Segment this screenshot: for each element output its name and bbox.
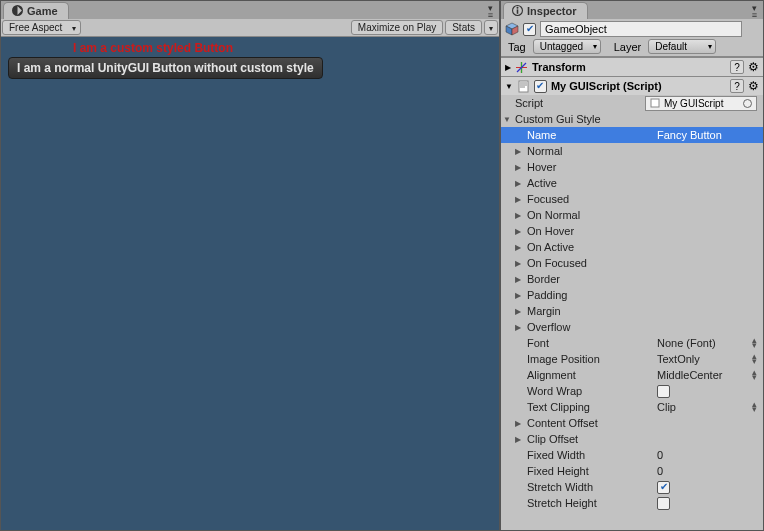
script-icon <box>517 80 530 93</box>
text-clipping-row: Text Clipping Clip ▴▾ <box>501 399 763 415</box>
layer-label: Layer <box>611 41 645 53</box>
script-label: Script <box>515 97 645 109</box>
gameobject-icon <box>505 22 519 36</box>
inspector-header: ✔ Tag Untagged Layer Default <box>501 19 763 57</box>
fixed-width-row: Fixed Width 0 <box>501 447 763 463</box>
style-state-row[interactable]: ▶Active <box>501 175 763 191</box>
fold-icon: ▼ <box>505 82 513 91</box>
enum-dropdown-icon[interactable]: ▴▾ <box>752 402 757 412</box>
fold-icon: ▶ <box>515 147 521 156</box>
enabled-checkbox[interactable]: ✔ <box>523 23 536 36</box>
name-label: Name <box>527 129 657 141</box>
normal-gui-button[interactable]: I am a normal UnityGUI Button without cu… <box>8 57 323 79</box>
gear-icon[interactable]: ⚙ <box>748 79 759 93</box>
enum-dropdown-icon[interactable]: ▴▾ <box>752 370 757 380</box>
style-state-row[interactable]: ▶Margin <box>501 303 763 319</box>
tab-label: Inspector <box>527 5 577 17</box>
svg-rect-1 <box>517 9 519 13</box>
style-state-row[interactable]: ▶On Focused <box>501 255 763 271</box>
transform-icon <box>515 61 528 74</box>
stretch-height-row: Stretch Height <box>501 495 763 511</box>
transform-component: ▶ Transform ? ⚙ <box>501 57 763 76</box>
gameobject-name-field[interactable] <box>540 21 742 37</box>
fold-icon: ▶ <box>515 211 521 220</box>
style-state-row[interactable]: ▶Normal <box>501 143 763 159</box>
fold-icon: ▶ <box>515 227 521 236</box>
component-enabled-checkbox[interactable]: ✔ <box>534 80 547 93</box>
component-title: Transform <box>532 61 726 73</box>
svg-point-2 <box>517 6 519 8</box>
style-state-row[interactable]: ▶Hover <box>501 159 763 175</box>
script-object-field[interactable]: My GUIScript <box>645 96 757 111</box>
word-wrap-row: Word Wrap <box>501 383 763 399</box>
style-state-row[interactable]: ▶Overflow <box>501 319 763 335</box>
name-row[interactable]: Name Fancy Button <box>501 127 763 143</box>
style-state-row[interactable]: ▶On Active <box>501 239 763 255</box>
help-icon[interactable]: ? <box>730 79 744 93</box>
gizmos-dropdown[interactable] <box>484 20 498 35</box>
stretch-height-checkbox[interactable] <box>657 497 670 510</box>
fold-icon: ▶ <box>515 419 521 428</box>
tag-label: Tag <box>505 41 529 53</box>
script-field-row: Script My GUIScript <box>501 95 763 111</box>
help-icon[interactable]: ? <box>730 60 744 74</box>
transform-header[interactable]: ▶ Transform ? ⚙ <box>501 58 763 76</box>
gear-icon[interactable]: ⚙ <box>748 60 759 74</box>
fixed-height-row: Fixed Height 0 <box>501 463 763 479</box>
fold-icon: ▶ <box>515 435 521 444</box>
inspector-body: ▶ Transform ? ⚙ ▼ ✔ My GUIScri <box>501 57 763 530</box>
style-state-row[interactable]: ▶Focused <box>501 191 763 207</box>
content-offset-row[interactable]: ▶ Content Offset <box>501 415 763 431</box>
game-panel: Game ▾≡ Free Aspect Maximize on Play Sta… <box>0 0 500 531</box>
tag-dropdown[interactable]: Untagged <box>533 39 601 54</box>
info-icon <box>512 5 523 18</box>
maximize-on-play-button[interactable]: Maximize on Play <box>351 20 443 35</box>
pacman-icon <box>12 5 23 18</box>
enum-dropdown-icon[interactable]: ▴▾ <box>752 354 757 364</box>
fold-icon: ▶ <box>515 243 521 252</box>
guiscript-header[interactable]: ▼ ✔ My GUIScript (Script) ? ⚙ <box>501 77 763 95</box>
tab-inspector[interactable]: Inspector <box>503 2 588 19</box>
component-title: My GUIScript (Script) <box>551 80 726 92</box>
aspect-dropdown[interactable]: Free Aspect <box>2 20 81 35</box>
style-state-row[interactable]: ▶Padding <box>501 287 763 303</box>
layer-dropdown[interactable]: Default <box>648 39 716 54</box>
fold-icon: ▶ <box>515 275 521 284</box>
fold-icon: ▶ <box>515 259 521 268</box>
fold-icon: ▶ <box>515 179 521 188</box>
inspector-tabbar: Inspector ▾≡ <box>501 1 763 19</box>
inspector-panel: Inspector ▾≡ ✔ Tag Untagged Layer Defaul… <box>500 0 764 531</box>
panel-menu-icon[interactable]: ▾≡ <box>752 5 757 19</box>
font-row: Font None (Font) ▴▾ <box>501 335 763 351</box>
fold-icon: ▶ <box>515 323 521 332</box>
tab-game[interactable]: Game <box>3 2 69 19</box>
fold-icon: ▶ <box>515 195 521 204</box>
word-wrap-checkbox[interactable] <box>657 385 670 398</box>
style-state-row[interactable]: ▶Border <box>501 271 763 287</box>
guiscript-component: ▼ ✔ My GUIScript (Script) ? ⚙ Script My … <box>501 76 763 511</box>
fold-icon: ▼ <box>503 115 511 124</box>
custom-styled-button[interactable]: I am a custom styled Button <box>73 41 233 55</box>
panel-menu-icon[interactable]: ▾≡ <box>488 5 493 19</box>
game-toolbar: Free Aspect Maximize on Play Stats <box>1 19 499 37</box>
custom-gui-style-group[interactable]: ▼ Custom Gui Style <box>501 111 763 127</box>
clip-offset-row[interactable]: ▶ Clip Offset <box>501 431 763 447</box>
object-picker-icon[interactable] <box>743 99 752 108</box>
game-tabbar: Game ▾≡ <box>1 1 499 19</box>
fold-icon: ▶ <box>515 163 521 172</box>
fold-icon: ▶ <box>515 291 521 300</box>
object-picker-icon[interactable]: ▴▾ <box>752 338 757 348</box>
stretch-width-row: Stretch Width ✔ <box>501 479 763 495</box>
script-icon <box>650 98 660 108</box>
fold-icon: ▶ <box>505 63 511 72</box>
svg-rect-7 <box>651 99 659 107</box>
game-view: I am a custom styled Button I am a norma… <box>1 37 499 530</box>
stretch-width-checkbox[interactable]: ✔ <box>657 481 670 494</box>
stats-button[interactable]: Stats <box>445 20 482 35</box>
style-state-row[interactable]: ▶On Hover <box>501 223 763 239</box>
fold-icon: ▶ <box>515 307 521 316</box>
tab-label: Game <box>27 5 58 17</box>
style-state-row[interactable]: ▶On Normal <box>501 207 763 223</box>
alignment-row: Alignment MiddleCenter ▴▾ <box>501 367 763 383</box>
name-value: Fancy Button <box>657 129 757 141</box>
